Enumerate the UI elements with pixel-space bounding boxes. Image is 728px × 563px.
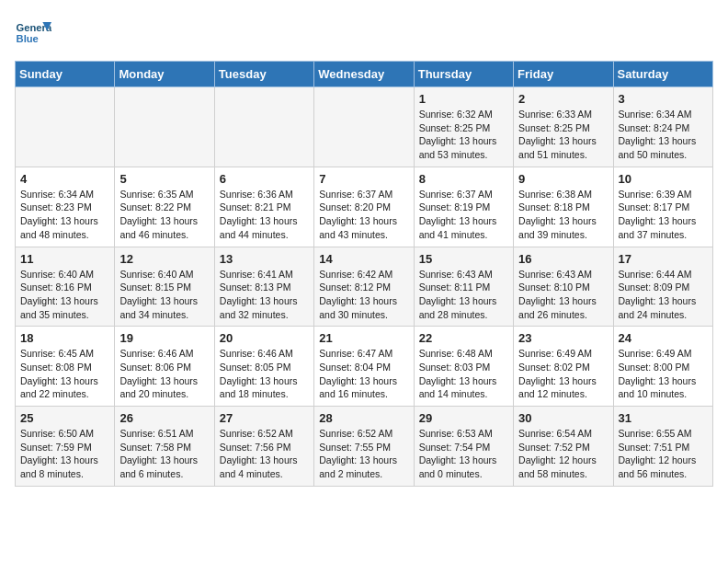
cell-content: Sunrise: 6:33 AM Sunset: 8:25 PM Dayligh… <box>518 108 608 162</box>
cell-content: Sunrise: 6:43 AM Sunset: 8:11 PM Dayligh… <box>419 268 508 322</box>
calendar-cell: 18Sunrise: 6:45 AM Sunset: 8:08 PM Dayli… <box>16 327 115 407</box>
day-number: 25 <box>20 411 109 425</box>
cell-content: Sunrise: 6:32 AM Sunset: 8:25 PM Dayligh… <box>419 108 508 162</box>
calendar-cell <box>214 87 313 167</box>
logo: General Blue <box>15 15 55 52</box>
day-number: 2 <box>518 92 608 106</box>
cell-content: Sunrise: 6:37 AM Sunset: 8:19 PM Dayligh… <box>419 188 508 242</box>
day-number: 21 <box>319 331 408 345</box>
svg-text:Blue: Blue <box>17 33 39 44</box>
day-number: 31 <box>619 411 708 425</box>
calendar-week-row: 1Sunrise: 6:32 AM Sunset: 8:25 PM Daylig… <box>16 87 713 167</box>
page-header: General Blue <box>15 15 713 52</box>
calendar-cell: 3Sunrise: 6:34 AM Sunset: 8:24 PM Daylig… <box>613 87 712 167</box>
col-wednesday: Wednesday <box>314 62 414 87</box>
calendar-cell <box>314 87 414 167</box>
calendar-week-row: 18Sunrise: 6:45 AM Sunset: 8:08 PM Dayli… <box>16 327 713 407</box>
col-sunday: Sunday <box>16 62 115 87</box>
calendar-cell: 11Sunrise: 6:40 AM Sunset: 8:16 PM Dayli… <box>16 247 115 327</box>
calendar-cell: 14Sunrise: 6:42 AM Sunset: 8:12 PM Dayli… <box>314 247 414 327</box>
calendar-cell: 29Sunrise: 6:53 AM Sunset: 7:54 PM Dayli… <box>414 407 513 487</box>
calendar-cell: 9Sunrise: 6:38 AM Sunset: 8:18 PM Daylig… <box>514 167 613 247</box>
day-number: 16 <box>518 252 608 266</box>
calendar-cell: 4Sunrise: 6:34 AM Sunset: 8:23 PM Daylig… <box>16 167 115 247</box>
cell-content: Sunrise: 6:49 AM Sunset: 8:00 PM Dayligh… <box>619 347 708 401</box>
cell-content: Sunrise: 6:45 AM Sunset: 8:08 PM Dayligh… <box>20 347 109 401</box>
cell-content: Sunrise: 6:49 AM Sunset: 8:02 PM Dayligh… <box>518 347 608 401</box>
calendar-cell: 2Sunrise: 6:33 AM Sunset: 8:25 PM Daylig… <box>514 87 613 167</box>
calendar-week-row: 11Sunrise: 6:40 AM Sunset: 8:16 PM Dayli… <box>16 247 713 327</box>
calendar-cell: 26Sunrise: 6:51 AM Sunset: 7:58 PM Dayli… <box>115 407 214 487</box>
day-number: 9 <box>518 172 608 186</box>
cell-content: Sunrise: 6:38 AM Sunset: 8:18 PM Dayligh… <box>518 188 608 242</box>
calendar-cell: 28Sunrise: 6:52 AM Sunset: 7:55 PM Dayli… <box>314 407 414 487</box>
calendar-cell <box>16 87 115 167</box>
calendar-cell: 25Sunrise: 6:50 AM Sunset: 7:59 PM Dayli… <box>16 407 115 487</box>
day-number: 3 <box>619 92 708 106</box>
cell-content: Sunrise: 6:50 AM Sunset: 7:59 PM Dayligh… <box>20 427 109 481</box>
calendar-cell: 6Sunrise: 6:36 AM Sunset: 8:21 PM Daylig… <box>214 167 313 247</box>
header-row: Sunday Monday Tuesday Wednesday Thursday… <box>16 62 713 87</box>
calendar-cell: 24Sunrise: 6:49 AM Sunset: 8:00 PM Dayli… <box>613 327 712 407</box>
day-number: 14 <box>319 252 408 266</box>
day-number: 10 <box>619 172 708 186</box>
day-number: 24 <box>619 331 708 345</box>
day-number: 15 <box>419 252 508 266</box>
calendar-cell: 15Sunrise: 6:43 AM Sunset: 8:11 PM Dayli… <box>414 247 513 327</box>
cell-content: Sunrise: 6:35 AM Sunset: 8:22 PM Dayligh… <box>119 188 209 242</box>
day-number: 26 <box>119 411 209 425</box>
cell-content: Sunrise: 6:40 AM Sunset: 8:15 PM Dayligh… <box>119 268 209 322</box>
calendar-cell: 5Sunrise: 6:35 AM Sunset: 8:22 PM Daylig… <box>115 167 214 247</box>
cell-content: Sunrise: 6:52 AM Sunset: 7:55 PM Dayligh… <box>319 427 408 481</box>
cell-content: Sunrise: 6:54 AM Sunset: 7:52 PM Dayligh… <box>518 427 608 481</box>
cell-content: Sunrise: 6:39 AM Sunset: 8:17 PM Dayligh… <box>619 188 708 242</box>
day-number: 20 <box>220 331 309 345</box>
cell-content: Sunrise: 6:51 AM Sunset: 7:58 PM Dayligh… <box>119 427 209 481</box>
calendar-cell: 22Sunrise: 6:48 AM Sunset: 8:03 PM Dayli… <box>414 327 513 407</box>
calendar-table: Sunday Monday Tuesday Wednesday Thursday… <box>15 61 713 487</box>
day-number: 22 <box>419 331 508 345</box>
calendar-cell: 30Sunrise: 6:54 AM Sunset: 7:52 PM Dayli… <box>514 407 613 487</box>
cell-content: Sunrise: 6:44 AM Sunset: 8:09 PM Dayligh… <box>619 268 708 322</box>
day-number: 5 <box>119 172 209 186</box>
cell-content: Sunrise: 6:43 AM Sunset: 8:10 PM Dayligh… <box>518 268 608 322</box>
calendar-cell: 10Sunrise: 6:39 AM Sunset: 8:17 PM Dayli… <box>613 167 712 247</box>
day-number: 6 <box>220 172 309 186</box>
cell-content: Sunrise: 6:48 AM Sunset: 8:03 PM Dayligh… <box>419 347 508 401</box>
calendar-cell: 19Sunrise: 6:46 AM Sunset: 8:06 PM Dayli… <box>115 327 214 407</box>
day-number: 17 <box>619 252 708 266</box>
day-number: 18 <box>20 331 109 345</box>
calendar-cell: 27Sunrise: 6:52 AM Sunset: 7:56 PM Dayli… <box>214 407 313 487</box>
calendar-week-row: 25Sunrise: 6:50 AM Sunset: 7:59 PM Dayli… <box>16 407 713 487</box>
calendar-cell: 7Sunrise: 6:37 AM Sunset: 8:20 PM Daylig… <box>314 167 414 247</box>
cell-content: Sunrise: 6:34 AM Sunset: 8:23 PM Dayligh… <box>20 188 109 242</box>
day-number: 27 <box>220 411 309 425</box>
cell-content: Sunrise: 6:52 AM Sunset: 7:56 PM Dayligh… <box>220 427 309 481</box>
day-number: 23 <box>518 331 608 345</box>
cell-content: Sunrise: 6:37 AM Sunset: 8:20 PM Dayligh… <box>319 188 408 242</box>
day-number: 1 <box>419 92 508 106</box>
calendar-cell: 21Sunrise: 6:47 AM Sunset: 8:04 PM Dayli… <box>314 327 414 407</box>
day-number: 30 <box>518 411 608 425</box>
calendar-cell: 20Sunrise: 6:46 AM Sunset: 8:05 PM Dayli… <box>214 327 313 407</box>
calendar-cell: 23Sunrise: 6:49 AM Sunset: 8:02 PM Dayli… <box>514 327 613 407</box>
calendar-cell <box>115 87 214 167</box>
calendar-cell: 8Sunrise: 6:37 AM Sunset: 8:19 PM Daylig… <box>414 167 513 247</box>
day-number: 28 <box>319 411 408 425</box>
calendar-header: Sunday Monday Tuesday Wednesday Thursday… <box>16 62 713 87</box>
day-number: 4 <box>20 172 109 186</box>
cell-content: Sunrise: 6:46 AM Sunset: 8:06 PM Dayligh… <box>119 347 209 401</box>
calendar-cell: 12Sunrise: 6:40 AM Sunset: 8:15 PM Dayli… <box>115 247 214 327</box>
calendar-cell: 31Sunrise: 6:55 AM Sunset: 7:51 PM Dayli… <box>613 407 712 487</box>
cell-content: Sunrise: 6:41 AM Sunset: 8:13 PM Dayligh… <box>220 268 309 322</box>
col-friday: Friday <box>514 62 613 87</box>
col-thursday: Thursday <box>414 62 513 87</box>
cell-content: Sunrise: 6:36 AM Sunset: 8:21 PM Dayligh… <box>220 188 309 242</box>
day-number: 8 <box>419 172 508 186</box>
day-number: 12 <box>119 252 209 266</box>
col-saturday: Saturday <box>613 62 712 87</box>
calendar-cell: 17Sunrise: 6:44 AM Sunset: 8:09 PM Dayli… <box>613 247 712 327</box>
col-tuesday: Tuesday <box>214 62 313 87</box>
day-number: 19 <box>119 331 209 345</box>
cell-content: Sunrise: 6:40 AM Sunset: 8:16 PM Dayligh… <box>20 268 109 322</box>
